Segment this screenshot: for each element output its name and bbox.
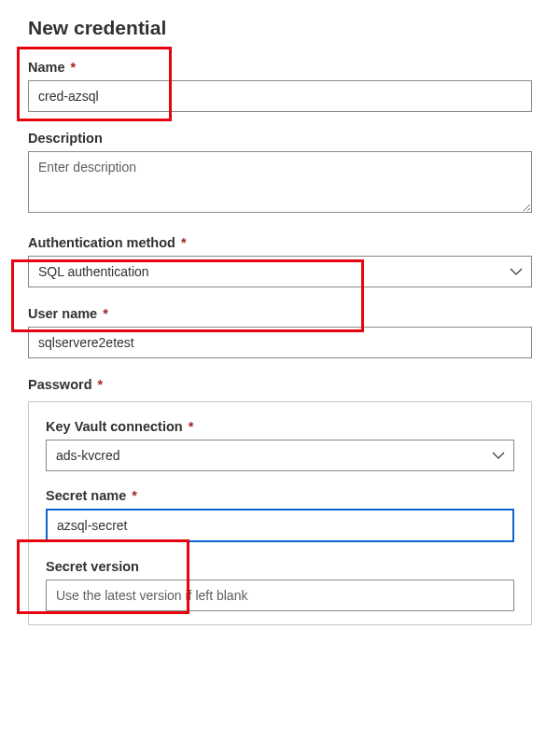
user-name-label: User name * — [28, 306, 532, 321]
field-secret-version: Secret version — [46, 559, 514, 611]
auth-method-label: Authentication method * — [28, 235, 532, 250]
required-marker: * — [98, 377, 104, 392]
kv-connection-select[interactable]: ads-kvcred — [46, 440, 514, 471]
password-section: Key Vault connection * ads-kvcred Secret… — [28, 401, 532, 625]
required-marker: * — [189, 419, 194, 434]
secret-version-label: Secret version — [46, 559, 514, 574]
field-kv-connection: Key Vault connection * ads-kvcred — [46, 419, 514, 471]
field-user-name: User name * — [28, 306, 532, 358]
user-name-input[interactable] — [28, 327, 532, 358]
field-auth-method: Authentication method * SQL authenticati… — [28, 235, 532, 287]
name-label: Name * — [28, 60, 532, 75]
field-description: Description — [28, 131, 532, 217]
description-textarea[interactable] — [28, 151, 532, 213]
description-label: Description — [28, 131, 532, 146]
kv-connection-label: Key Vault connection * — [46, 419, 514, 434]
auth-method-select[interactable]: SQL authentication — [28, 256, 532, 287]
field-name: Name * — [28, 60, 532, 112]
secret-version-input[interactable] — [46, 580, 514, 611]
required-marker: * — [71, 60, 77, 75]
secret-name-input[interactable] — [46, 509, 514, 542]
name-input[interactable] — [28, 80, 532, 112]
page-title: New credential — [28, 17, 543, 39]
password-label: Password * — [28, 377, 532, 392]
field-secret-name: Secret name * — [46, 488, 514, 542]
required-marker: * — [181, 235, 187, 250]
secret-name-label: Secret name * — [46, 488, 514, 503]
required-marker: * — [103, 306, 108, 321]
required-marker: * — [132, 488, 137, 503]
field-password: Password * — [28, 377, 532, 392]
